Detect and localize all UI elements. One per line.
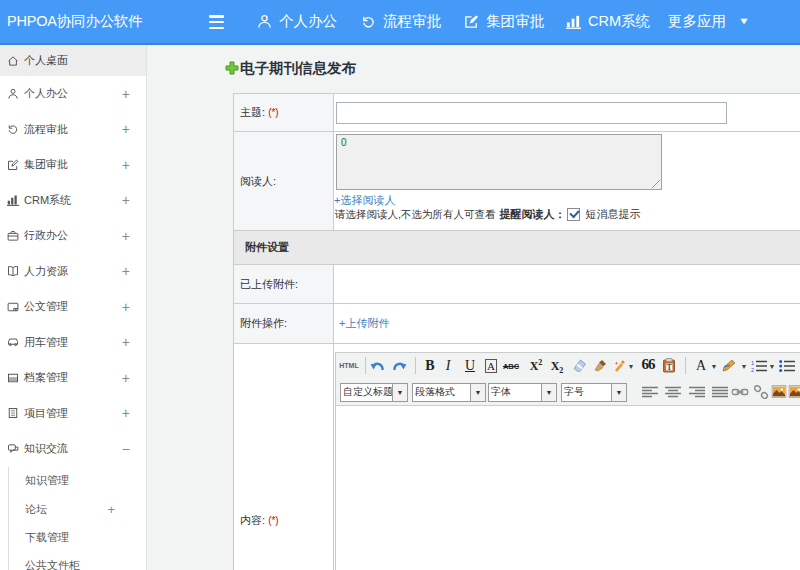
svg-text:T: T — [667, 363, 672, 372]
svg-text:1: 1 — [751, 360, 754, 366]
svg-text:2: 2 — [751, 367, 754, 373]
